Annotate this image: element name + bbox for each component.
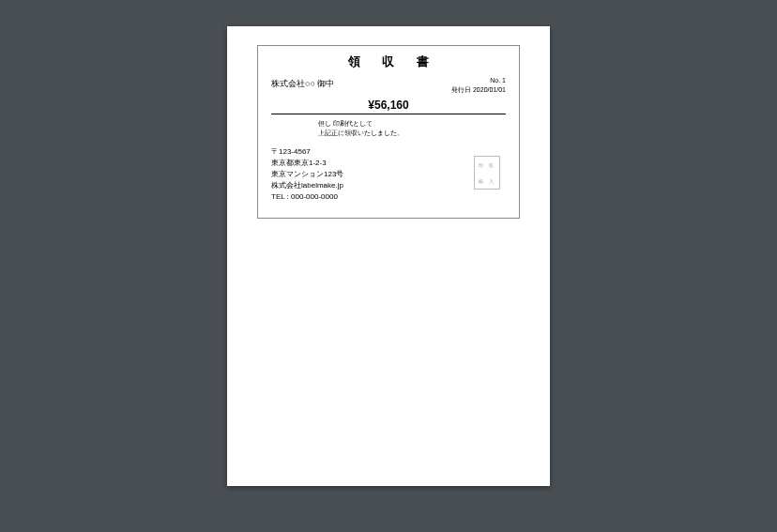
- receipt-box: 領 収 書 株式会社○○ 御中 No.1 発行日2020/01/01 ¥56,1…: [257, 45, 520, 219]
- sender-company: 株式会社labelmake.jp: [271, 180, 506, 191]
- sender-tel: TEL : 000-000-0000: [271, 191, 506, 203]
- revenue-stamp-box: 印 収 紙 入: [474, 156, 500, 190]
- meta-block: No.1 発行日2020/01/01: [451, 76, 506, 95]
- no-label: No.: [490, 77, 500, 84]
- sender-addr1: 東京都東京1-2-3: [271, 158, 506, 169]
- sender-postal: 〒123-4567: [271, 146, 506, 158]
- sender-addr2: 東京マンション123号: [271, 169, 506, 180]
- date-label: 発行日: [451, 86, 471, 93]
- issue-date: 発行日2020/01/01: [451, 85, 506, 95]
- note-line-1: 但し 印刷代として: [318, 119, 506, 129]
- document-page: 領 収 書 株式会社○○ 御中 No.1 発行日2020/01/01 ¥56,1…: [227, 26, 550, 486]
- note-block: 但し 印刷代として 上記正に領収いたしました。: [318, 119, 506, 139]
- amount-value: ¥56,160: [271, 99, 506, 112]
- receipt-title: 領 収 書: [281, 53, 506, 70]
- receipt-number: No.1: [451, 76, 506, 85]
- header-row: 株式会社○○ 御中 No.1 発行日2020/01/01: [271, 76, 506, 95]
- no-value: 1: [502, 77, 506, 84]
- date-value: 2020/01/01: [473, 86, 506, 93]
- stamp-text-2: 紙 入: [479, 178, 495, 184]
- note-line-2: 上記正に領収いたしました。: [318, 129, 506, 139]
- recipient-name: 株式会社○○ 御中: [271, 76, 334, 90]
- sender-block: 〒123-4567 東京都東京1-2-3 東京マンション123号 株式会社lab…: [271, 146, 506, 203]
- amount-underline: [271, 114, 506, 114]
- stamp-text-1: 印 収: [479, 162, 495, 168]
